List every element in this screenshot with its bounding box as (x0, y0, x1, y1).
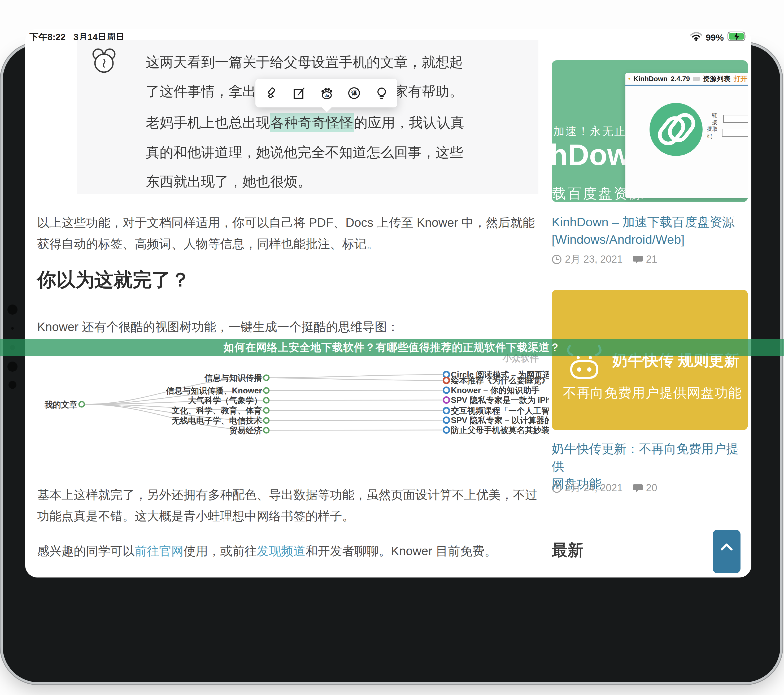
bear-avatar-icon (91, 48, 117, 75)
mindmap-leaf: SPV 隐私专家是一款为 iPhone、i (451, 395, 549, 405)
mindmap-category: 无线电电子学、电信技术 (171, 416, 262, 425)
blurred-text (693, 77, 700, 81)
post-comment-count: 21 (646, 254, 657, 265)
banner-subtitle: 不再向免费用户提供网盘功能 (563, 384, 742, 402)
mindmap-leaf: Knower – 你的知识助手 (451, 386, 539, 395)
chevron-up-icon (720, 542, 734, 551)
highlighted-text: 各种奇奇怪怪 (270, 113, 354, 132)
post-date: 2月 23, 2021 (565, 252, 623, 266)
ipad-photo: 下午8:22 3月14日周日 99% (0, 0, 784, 695)
wifi-icon (690, 32, 702, 43)
latest-section-heading: 最新 (552, 540, 583, 561)
comments-icon (633, 255, 643, 264)
post-card-kinhdown[interactable]: 加速！永无止境） hDown 载百度盘资源 KinhDown 2.4.79 资源… (552, 60, 748, 202)
status-bar-right: 99% (690, 31, 747, 43)
code-input[interactable] (722, 128, 748, 137)
mindmap-category: 文化、科学、教育、体育 (171, 406, 262, 415)
article-paragraph: 基本上这样就完了，另外还拥有多种配色、导出数据等功能，虽然页面设计算不上优美，不… (37, 484, 542, 527)
post-meta: 2月 23, 2021 21 (552, 252, 657, 266)
mindmap-image: 小众软件 我的文章 信息与知识传播 信息 (37, 340, 549, 468)
article-heading: 你以为这就完了？ (37, 267, 190, 293)
clock-icon (552, 483, 562, 493)
mindmap-leaf-node[interactable] (443, 372, 449, 377)
mindmap-leaf: 防止父母手机被莫名其妙装上一堆 (451, 425, 549, 435)
front-camera-dot (11, 327, 14, 330)
app-version: 2.4.79 (671, 75, 690, 83)
ipad-screen: 下午8:22 3月14日周日 99% (25, 29, 751, 578)
kinhdown-logo-icon (628, 75, 630, 82)
svg-text:du: du (324, 93, 329, 98)
annotation-toolbar: du 译 (255, 79, 397, 107)
post-comment-count: 20 (646, 482, 657, 494)
battery-percent: 99% (706, 32, 724, 43)
mindmap-category: 信息与知识传播 (204, 373, 262, 382)
mindmap-leaf-node[interactable] (443, 377, 449, 383)
overlay-title-banner: 如何在网络上安全地下载软件？有哪些值得推荐的正规软件下载渠道？ (0, 339, 784, 356)
post-date: 2月 24, 2021 (565, 481, 623, 495)
quote-text-line: 真的和他讲道理，她说他完全不知道怎么回事，这些 (146, 143, 463, 162)
mindmap-category: 信息与知识传播、Knower (165, 386, 262, 395)
mindmap-category: 大气科学（气象学） (188, 396, 262, 405)
link-field-label: 链接 (712, 112, 721, 126)
mindmap-leaf-node[interactable] (443, 417, 449, 423)
article-paragraph: Knower 还有个很酷的视图树功能，一键生成一个挺酷的思维导图： (37, 316, 542, 338)
post-meta: 2月 24, 2021 20 (552, 481, 657, 495)
quote-text-line: 这两天看到一篇关于给父母设置手机的文章，就想起 (146, 53, 463, 72)
front-camera-dot (8, 381, 16, 389)
mindmap-leaf: 绘本推荐《为什么要睡觉》 (1) (451, 376, 549, 385)
open-menu[interactable]: 打开 (734, 74, 748, 84)
kinhdown-app-window: KinhDown 2.4.79 资源列表 打开 链接 (625, 73, 748, 198)
official-site-link[interactable]: 前往官网 (135, 544, 184, 558)
comments-icon (633, 483, 643, 493)
mindmap-leaf: 交互视频课程「一个人工智能的诞 (451, 406, 549, 415)
svg-text:译: 译 (351, 90, 357, 97)
front-camera-dot (7, 362, 18, 372)
mindmap-category-nodes[interactable] (264, 375, 269, 433)
mindmap-leaf-node[interactable] (443, 387, 449, 393)
quote-text-line: 东西就出现了，她也很烦。 (146, 173, 311, 191)
resource-list-menu[interactable]: 资源列表 (703, 74, 730, 84)
front-camera-dot (7, 305, 18, 315)
baidu-paw-icon[interactable]: du (320, 87, 333, 99)
edit-note-icon[interactable] (293, 87, 305, 99)
link-icon (648, 102, 704, 157)
mindmap-leaf-node[interactable] (443, 427, 449, 433)
overlay-title-text: 如何在网络上安全地下载软件？有哪些值得推荐的正规软件下载渠道？ (224, 340, 561, 355)
mindmap-leaf-node[interactable] (443, 397, 449, 403)
status-time: 下午8:22 (30, 31, 66, 43)
mindmap-leaf-node[interactable] (443, 408, 449, 413)
app-name: KinhDown (633, 75, 667, 83)
mindmap-root-label: 我的文章 (44, 400, 77, 409)
code-field-label: 提取码 (707, 125, 720, 140)
discover-channel-link[interactable]: 发现频道 (257, 544, 306, 558)
link-input[interactable] (723, 115, 748, 123)
mindmap-category: 贸易经济 (229, 426, 262, 435)
post-title-kinhdown[interactable]: KinhDown – 加速下载百度盘资源 [Windows/Android/We… (552, 213, 749, 248)
quote-text-line: 老妈手机上也总出现各种奇奇怪怪的应用，我认认真 (146, 114, 464, 132)
mindmap-node[interactable] (79, 402, 84, 407)
post-card-niuniu[interactable]: 奶牛快传 规则更新 不再向免费用户提供网盘功能 (552, 290, 748, 430)
highlighter-icon[interactable] (265, 87, 278, 99)
battery-charging-icon (728, 31, 747, 43)
quoted-screenshot: 这两天看到一篇关于给父母设置手机的文章，就想起 了这件事情，拿出来分享一下，希望… (77, 40, 539, 194)
article-paragraph: 以上这些功能，对于文档同样适用，你可以自己将 PDF、Docs 上传至 Know… (37, 212, 542, 254)
translate-icon[interactable]: 译 (348, 87, 361, 99)
lightbulb-icon[interactable] (375, 87, 388, 99)
clock-icon (552, 254, 562, 265)
scroll-to-top-button[interactable] (713, 530, 741, 573)
mindmap-leaf: SPV 隐私专家 – 以计算器的名义， (451, 416, 549, 425)
article-paragraph: 感兴趣的同学可以前往官网使用，或前往发现频道和开发者聊聊。Knower 目前免费… (37, 540, 542, 562)
